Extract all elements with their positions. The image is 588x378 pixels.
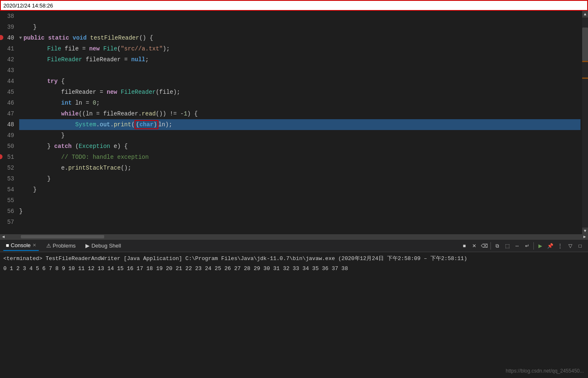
debug-shell-label: Debug Shell [91, 243, 121, 249]
code-line-48: System.out.print((char)ln); [19, 119, 580, 130]
ln-51: 51 [2, 152, 14, 163]
ln-43: 43 [2, 65, 14, 76]
paste-button[interactable]: ⬚ [503, 241, 512, 250]
code-line-52: e.printStackTrace(); [19, 163, 580, 173]
debug-shell-icon: ▶ [85, 243, 90, 249]
watermark: https://blog.csdn.net/qq_2455450... [506, 368, 584, 374]
ln-52: 52 [2, 163, 14, 173]
code-line-47: while((ln = fileReader.read()) != -1) { [19, 108, 580, 119]
console-close[interactable]: ✕ [33, 243, 36, 248]
top-bar: 2020/12/24 14:58:26 [0, 0, 588, 11]
close-console-button[interactable]: ✕ [470, 241, 479, 250]
problems-label: Problems [53, 243, 76, 249]
ln-40: 40 [2, 33, 14, 43]
ln-56: 56 [2, 206, 14, 217]
problems-icon: ⚠ [46, 243, 51, 249]
output-numbers: 0 1 2 3 4 5 6 7 8 9 10 11 12 13 14 15 16… [3, 263, 585, 275]
ln-45: 45 [2, 87, 14, 98]
code-line-55 [19, 195, 580, 206]
code-line-46: int ln = 0; [19, 98, 580, 108]
ln-50: 50 [2, 141, 14, 152]
ln-41: 41 [2, 43, 14, 54]
code-line-49: } [19, 130, 580, 141]
code-line-56: } [19, 206, 580, 217]
code-line-44: try { [19, 76, 580, 87]
ln-38: 38 [2, 11, 14, 22]
code-line-54: } [19, 184, 580, 195]
code-line-42: FileReader fileReader = null; [19, 54, 580, 65]
ln-42: 42 [2, 54, 14, 65]
console-output: <terminated> TestFileReaderAndWriter [Ja… [0, 252, 588, 276]
code-line-38 [19, 11, 580, 22]
copy-button[interactable]: ⧉ [493, 241, 502, 250]
scroll-lock-button[interactable]: ↔ [513, 241, 522, 250]
watermark-text: https://blog.csdn.net/qq_2455450... [506, 368, 584, 374]
ln-49: 49 [2, 130, 14, 141]
minimize-button[interactable]: ▽ [565, 241, 575, 250]
console-icon: ■ [6, 242, 9, 248]
code-line-50: } catch (Exception e) { [19, 141, 580, 152]
run-button[interactable]: ▶ [535, 241, 545, 250]
ln-46: 46 [2, 98, 14, 108]
timestamp: 2020/12/24 14:58:26 [3, 3, 53, 9]
code-line-53: } [19, 173, 580, 184]
terminated-text: <terminated> TestFileReaderAndWriter [Ja… [3, 255, 467, 262]
ln-48: 48 [2, 119, 14, 130]
clear-button[interactable]: ⌫ [480, 241, 489, 250]
console-label: Console [11, 242, 31, 248]
ln-55: 55 [2, 195, 14, 206]
bottom-panel: ■ Console ✕ ⚠ Problems ▶ Debug Shell ■ ✕… [0, 239, 588, 378]
editor-area: 38 39 40 41 42 43 44 45 46 47 48 49 50 5… [0, 11, 588, 234]
tab-console[interactable]: ■ Console ✕ [3, 240, 39, 251]
ln-47: 47 [2, 108, 14, 119]
code-line-39: } [19, 22, 580, 33]
console-toolbar: ■ ✕ ⌫ ⧉ ⬚ ↔ ↵ ▶ 📌 ⋮ ▽ □ [460, 241, 585, 250]
menu-button[interactable]: ⋮ [555, 241, 565, 250]
code-line-41: File file = new File("src//a.txt"); [19, 43, 580, 54]
right-scrollbar[interactable]: ▲ ▼ [582, 11, 588, 234]
code-line-51: // TODO: handle exception [19, 152, 580, 163]
horizontal-scrollbar[interactable]: ◀ ▶ [0, 234, 588, 239]
ln-39: 39 [2, 22, 14, 33]
ln-53: 53 [2, 173, 14, 184]
terminated-line: <terminated> TestFileReaderAndWriter [Ja… [3, 254, 585, 263]
code-line-40: ▼ public static void testFileReader() { [19, 33, 580, 43]
ln-57: 57 [2, 217, 14, 228]
code-line-57 [19, 217, 580, 228]
stop-button[interactable]: ■ [460, 241, 469, 250]
code-content[interactable]: } ▼ public static void testFileReader() … [18, 11, 582, 234]
ln-54: 54 [2, 184, 14, 195]
console-tabs: ■ Console ✕ ⚠ Problems ▶ Debug Shell ■ ✕… [0, 240, 588, 252]
tab-debug-shell[interactable]: ▶ Debug Shell [83, 241, 123, 250]
output-text: 0 1 2 3 4 5 6 7 8 9 10 11 12 13 14 15 16… [3, 265, 348, 272]
pin-button[interactable]: 📌 [545, 241, 555, 250]
maximize-button[interactable]: □ [575, 241, 585, 250]
word-wrap-button[interactable]: ↵ [523, 241, 532, 250]
ln-44: 44 [2, 76, 14, 87]
code-line-43 [19, 65, 580, 76]
line-numbers: 38 39 40 41 42 43 44 45 46 47 48 49 50 5… [0, 11, 18, 234]
code-line-45: fileReader = new FileReader(file); [19, 87, 580, 98]
tab-problems[interactable]: ⚠ Problems [44, 241, 78, 250]
